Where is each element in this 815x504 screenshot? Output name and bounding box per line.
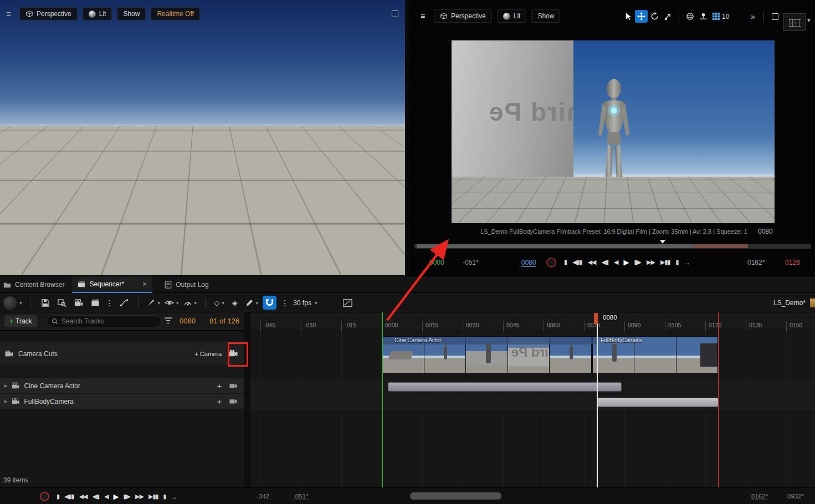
auto-key-icon[interactable]: ◈: [229, 297, 241, 309]
next-mark-value[interactable]: 0162*: [747, 259, 765, 266]
section-bar-cine-camera[interactable]: [388, 382, 622, 392]
maximize-icon[interactable]: [389, 8, 401, 20]
loop-mode-button[interactable]: →: [171, 493, 177, 500]
save-icon[interactable]: [39, 297, 52, 309]
search-tracks-input[interactable]: [61, 317, 150, 325]
tab-content-browser[interactable]: Content Browser: [0, 276, 72, 293]
show-button[interactable]: Show: [531, 9, 560, 23]
actions-kebab-icon[interactable]: ⋮: [106, 297, 114, 309]
working-range-mark1[interactable]: -051*: [293, 493, 309, 500]
camera-cuts-filmstrip[interactable]: Third Pe Cine Camera Actor FullBodyCamer…: [382, 336, 718, 374]
visibility-options-dropdown[interactable]: ▾: [165, 299, 179, 307]
step-back-button[interactable]: ◀▮▮: [572, 259, 582, 266]
playback-range-start[interactable]: 0000: [429, 259, 444, 266]
perspective-button[interactable]: Perspective: [434, 9, 492, 23]
prev-mark-value[interactable]: -051*: [463, 259, 479, 266]
frame-back-button[interactable]: ◀▮: [602, 259, 609, 266]
set-start-button[interactable]: ▮: [57, 493, 59, 500]
mannequin-figure[interactable]: [221, 145, 244, 207]
add-section-icon[interactable]: +: [216, 395, 223, 408]
play-reverse-button[interactable]: ◀: [104, 493, 108, 500]
level-viewport[interactable]: ≡ Perspective Lit Show Realtime Off Z X: [0, 0, 405, 275]
playhead-line[interactable]: [597, 323, 598, 487]
timeline-ruler[interactable]: -045 -030 -015 0000 0015 0030 0045 0060 …: [250, 312, 815, 331]
playhead-marker[interactable]: [594, 313, 598, 324]
snap-toggle-button[interactable]: [263, 296, 276, 310]
paint-options-dropdown[interactable]: ▾: [147, 299, 161, 307]
next-key-button[interactable]: ▶▶: [647, 259, 655, 266]
current-frame-value[interactable]: 0080: [521, 259, 536, 267]
step-forward-button[interactable]: ▶▮▮: [148, 493, 158, 500]
step-forward-button[interactable]: ▶▮▮: [660, 259, 670, 266]
section-bar-fullbodycamera[interactable]: [597, 398, 719, 407]
fps-dropdown[interactable]: 30 fps▾: [293, 299, 317, 307]
render-movie-icon[interactable]: [89, 297, 101, 309]
working-range-mark2[interactable]: 0162*: [751, 493, 768, 500]
snap-options-kebab-icon[interactable]: ⋮: [281, 297, 289, 309]
timeline-scrollbar[interactable]: [410, 492, 501, 500]
play-reverse-button[interactable]: ◀: [614, 259, 618, 266]
cinematic-viewport[interactable]: Third Pe LS_Demo FullBodyCamera Filmback…: [409, 0, 815, 275]
filter-icon[interactable]: [164, 317, 172, 325]
realtime-off-button[interactable]: Realtime Off: [151, 7, 199, 20]
overflow-chevrons-icon[interactable]: »: [746, 10, 759, 23]
set-start-button[interactable]: ▮: [564, 259, 567, 266]
lit-button[interactable]: Lit: [83, 7, 112, 20]
create-camera-icon[interactable]: [73, 297, 85, 309]
add-camera-button[interactable]: + Camera: [194, 351, 222, 357]
grid-snap-icon[interactable]: 10: [710, 10, 731, 23]
edit-options-dropdown[interactable]: ▾: [245, 299, 259, 307]
camera-lock-icon[interactable]: [227, 395, 239, 408]
expander-icon[interactable]: ▶: [4, 399, 7, 404]
tab-sequencer[interactable]: Sequencer* ×: [72, 276, 152, 293]
expander-icon[interactable]: ▶: [4, 384, 7, 388]
record-button[interactable]: [546, 258, 556, 268]
sequencer-options-button[interactable]: ▾: [3, 296, 22, 310]
current-frame-display[interactable]: 0080: [180, 317, 196, 325]
find-in-content-browser-icon[interactable]: [56, 297, 68, 309]
keyframe-options-dropdown[interactable]: ◇▾: [214, 299, 224, 307]
close-icon[interactable]: ×: [142, 280, 147, 289]
lit-button[interactable]: Lit: [497, 9, 527, 23]
add-section-icon[interactable]: +: [216, 380, 223, 392]
track-row-fullbodycamera[interactable]: ▶ FullBodyCamera +: [0, 394, 244, 409]
camera-preview-thumbnail[interactable]: [783, 13, 806, 31]
step-back-button[interactable]: ◀▮▮: [64, 493, 74, 500]
maximize-icon[interactable]: [768, 10, 781, 23]
search-box[interactable]: [47, 315, 162, 327]
viewport-menu-icon[interactable]: ≡: [2, 8, 14, 20]
add-track-button[interactable]: + Track: [4, 315, 37, 327]
viewport-menu-icon[interactable]: ≡: [417, 10, 429, 22]
sequencer-tools-icon[interactable]: [118, 297, 130, 309]
surface-snap-icon[interactable]: [697, 10, 710, 23]
show-button[interactable]: Show: [117, 7, 146, 20]
frame-forward-button[interactable]: ▮▶: [634, 259, 642, 266]
loop-mode-button[interactable]: →: [684, 259, 690, 266]
track-row-camera-cuts[interactable]: Camera Cuts + Camera: [0, 342, 244, 366]
rotate-tool-icon[interactable]: [648, 10, 661, 23]
move-tool-icon[interactable]: [635, 10, 648, 23]
play-button[interactable]: ▶: [624, 258, 629, 266]
tab-output-log[interactable]: Output Log: [157, 276, 216, 293]
lock-camera-icon[interactable]: [227, 348, 239, 360]
prev-key-button[interactable]: ◀◀: [588, 259, 596, 266]
play-button[interactable]: ▶: [114, 492, 119, 501]
playback-options-dropdown[interactable]: ▾: [183, 299, 197, 307]
frame-forward-button[interactable]: ▮▶: [124, 493, 131, 500]
sequence-name[interactable]: LS_Demo*: [773, 299, 806, 307]
panel-splitter[interactable]: [244, 312, 250, 487]
cinematic-scrub-bar[interactable]: [414, 244, 811, 249]
set-end-button[interactable]: ▮: [676, 259, 679, 266]
next-key-button[interactable]: ▶▶: [135, 493, 143, 500]
prev-key-button[interactable]: ◀◀: [79, 493, 88, 500]
working-range-end[interactable]: 0932*: [787, 493, 804, 500]
select-tool-icon[interactable]: [622, 10, 634, 23]
world-space-icon[interactable]: [684, 10, 696, 23]
scrub-marker[interactable]: [660, 240, 665, 244]
perspective-button[interactable]: Perspective: [19, 7, 78, 20]
frame-back-button[interactable]: ◀▮: [93, 493, 100, 500]
working-range-start[interactable]: -342: [257, 493, 269, 500]
curve-editor-icon[interactable]: [341, 297, 353, 309]
record-button[interactable]: [40, 492, 49, 501]
collapse-chevron-icon[interactable]: ▾: [807, 17, 811, 24]
